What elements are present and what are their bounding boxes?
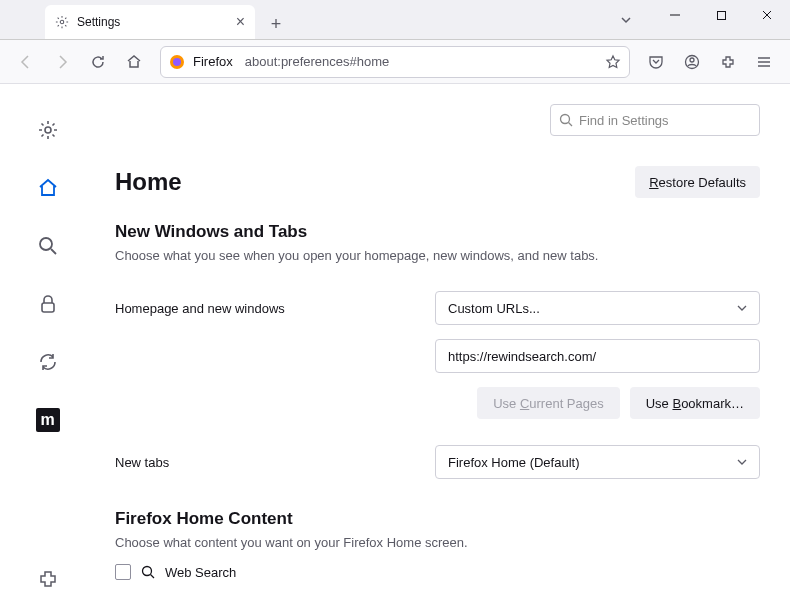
homepage-select[interactable]: Custom URLs... (435, 291, 760, 325)
use-current-pages-button[interactable]: Use Current Pages (477, 387, 620, 419)
svg-point-16 (561, 115, 570, 124)
newtabs-label: New tabs (115, 455, 415, 470)
svg-line-19 (151, 575, 155, 579)
back-button[interactable] (10, 46, 42, 78)
sidebar-item-privacy[interactable] (32, 288, 64, 320)
bookmark-star-icon[interactable] (605, 54, 621, 70)
menu-button[interactable] (748, 46, 780, 78)
homepage-label: Homepage and new windows (115, 301, 415, 316)
section-new-windows-title: New Windows and Tabs (115, 222, 760, 242)
homepage-select-value: Custom URLs... (448, 301, 540, 316)
section-new-windows-desc: Choose what you see when you open your h… (115, 248, 760, 263)
newtabs-select-value: Firefox Home (Default) (448, 455, 579, 470)
homepage-url-input[interactable] (435, 339, 760, 373)
svg-point-18 (143, 567, 152, 576)
pocket-button[interactable] (640, 46, 672, 78)
sidebar-item-extensions[interactable] (32, 563, 64, 595)
svg-point-13 (40, 238, 52, 250)
gear-icon (55, 15, 69, 29)
sidebar-item-home[interactable] (32, 172, 64, 204)
svg-line-17 (569, 123, 573, 127)
use-bookmark-button[interactable]: Use Bookmark… (630, 387, 760, 419)
svg-point-6 (173, 58, 181, 66)
svg-point-4 (60, 20, 64, 24)
svg-rect-15 (42, 303, 54, 312)
websearch-label: Web Search (165, 565, 236, 580)
section-home-content-desc: Choose what content you want on your Fir… (115, 535, 760, 550)
section-home-content-title: Firefox Home Content (115, 509, 760, 529)
maximize-button[interactable] (698, 0, 744, 30)
extensions-button[interactable] (712, 46, 744, 78)
settings-sidebar: m (0, 84, 95, 615)
settings-content: Find in Settings Home Restore Defaults N… (95, 84, 790, 615)
sidebar-item-sync[interactable] (32, 346, 64, 378)
search-icon (141, 565, 155, 579)
search-input[interactable]: Find in Settings (550, 104, 760, 136)
page-title: Home (115, 168, 182, 196)
tabs-dropdown-button[interactable] (612, 6, 640, 34)
svg-point-8 (690, 58, 694, 62)
account-button[interactable] (676, 46, 708, 78)
tab-title: Settings (77, 15, 120, 29)
sidebar-item-general[interactable] (32, 114, 64, 146)
toolbar: Firefox about:preferences#home (0, 40, 790, 84)
close-window-button[interactable] (744, 0, 790, 30)
tab-settings[interactable]: Settings × (45, 5, 255, 39)
svg-rect-1 (717, 11, 725, 19)
search-icon (559, 113, 573, 127)
firefox-logo-icon (169, 54, 185, 70)
newtabs-select[interactable]: Firefox Home (Default) (435, 445, 760, 479)
urlbar-url: about:preferences#home (245, 54, 390, 69)
svg-point-12 (45, 127, 51, 133)
home-button[interactable] (118, 46, 150, 78)
chevron-down-icon (737, 303, 747, 313)
svg-line-14 (51, 249, 56, 254)
sidebar-item-search[interactable] (32, 230, 64, 262)
urlbar-brand: Firefox (193, 54, 233, 69)
forward-button[interactable] (46, 46, 78, 78)
restore-defaults-button[interactable]: Restore Defaults (635, 166, 760, 198)
sidebar-item-more[interactable]: m (32, 404, 64, 436)
chevron-down-icon (737, 457, 747, 467)
search-placeholder: Find in Settings (579, 113, 669, 128)
minimize-button[interactable] (652, 0, 698, 30)
url-bar[interactable]: Firefox about:preferences#home (160, 46, 630, 78)
reload-button[interactable] (82, 46, 114, 78)
new-tab-button[interactable]: + (261, 9, 291, 39)
websearch-checkbox[interactable] (115, 564, 131, 580)
m-icon: m (36, 408, 60, 432)
close-tab-icon[interactable]: × (236, 13, 245, 31)
